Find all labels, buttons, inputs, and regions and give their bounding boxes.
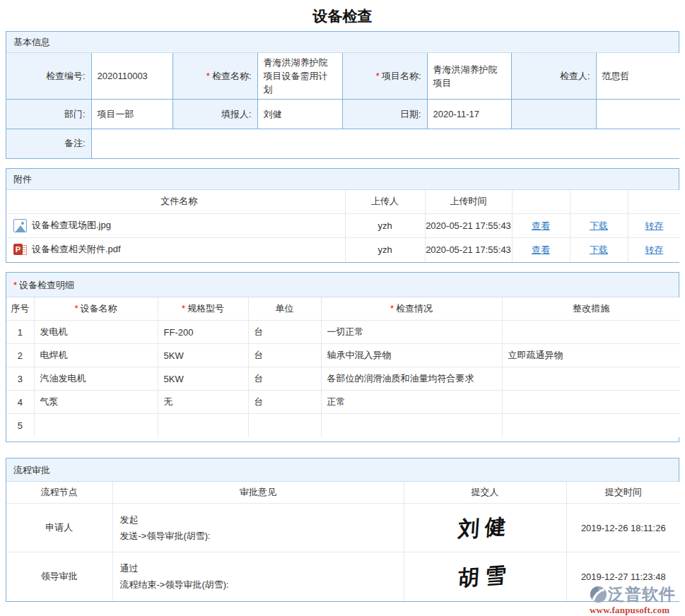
view-link[interactable]: 查看	[532, 220, 550, 231]
attachment-row: 设备检查现场图.jpg yzh 2020-05-21 17:55:43 查看 下…	[6, 214, 680, 238]
equipment-name-cell: 发电机	[34, 321, 158, 344]
measure-cell: 立即疏通异物	[502, 344, 680, 367]
attachments-table: 文件名称 上传人 上传时间 设备检查现场图.jpg yzh 2020-05-21…	[6, 190, 680, 262]
measure-cell	[502, 367, 680, 391]
unit-cell	[248, 414, 321, 437]
basic-info-section-title: 基本信息	[6, 32, 679, 53]
check-no-value: 2020110003	[91, 53, 172, 100]
model-cell	[158, 414, 248, 437]
seq-cell: 3	[6, 367, 34, 391]
col-header-measure: 整改措施	[502, 297, 680, 321]
unit-cell: 台	[248, 367, 321, 391]
saveas-link[interactable]: 转存	[645, 220, 663, 231]
equipment-name-cell: 电焊机	[34, 344, 158, 367]
col-header-model: *规格型号	[158, 297, 248, 321]
required-marker: *	[390, 303, 394, 314]
measure-cell	[502, 321, 680, 344]
equipment-name-cell: 气泵	[34, 391, 158, 414]
inspection-details-section: *设备检查明细 序号 *设备名称 *规格型号 单位 *检查情况 整改措施 1 发…	[6, 272, 679, 442]
vendor-brand-text: 泛普软件	[608, 584, 676, 605]
unit-cell: 台	[248, 321, 321, 344]
opinion-cell: 通过 流程结束->领导审批(胡雪):	[112, 552, 404, 601]
model-cell: FF-200	[158, 321, 248, 344]
opinion-line: 流程结束->领导审批(胡雪):	[120, 576, 404, 593]
detail-row: 3 汽油发电机 5KW 台 各部位的润滑油质和油量均符合要求	[6, 367, 680, 391]
measure-cell	[502, 391, 680, 414]
signature: 胡雪	[457, 560, 513, 593]
signature: 刘健	[457, 511, 513, 545]
empty-value-cell	[596, 100, 680, 129]
approval-flow-section: 流程审批 流程节点 审批意见 提交人 提交时间 申请人 发起 发送->领导审批(…	[6, 458, 679, 602]
download-link[interactable]: 下载	[590, 244, 608, 255]
attachment-row: P设备检查相关附件.pdf yzh 2020-05-21 17:55:43 查看…	[6, 238, 680, 262]
image-file-icon	[13, 219, 27, 232]
basic-info-table: 检查编号: 2020110003 *检查名称: 青海洪湖养护院项目设备需用计划 …	[6, 53, 680, 158]
required-marker: *	[74, 303, 78, 314]
col-header-opinion: 审批意见	[112, 482, 404, 504]
vendor-url-text: www.fanpusoft.com	[590, 605, 684, 616]
remark-value	[91, 129, 680, 158]
col-header-uploader: 上传人	[345, 190, 425, 214]
required-marker: *	[206, 71, 210, 81]
approval-flow-table: 流程节点 审批意见 提交人 提交时间 申请人 发起 发送->领导审批(胡雪): …	[6, 482, 680, 601]
vendor-watermark: 泛普软件 www.fanpusoft.com	[590, 584, 684, 616]
equipment-name-cell: 汽油发电机	[34, 367, 158, 391]
pdf-file-icon: P	[13, 243, 27, 256]
col-header-seq: 序号	[6, 297, 34, 321]
uploader-cell: yzh	[345, 214, 425, 238]
col-header-file-name: 文件名称	[6, 190, 345, 214]
detail-row: 4 气泵 无 台 正常	[6, 391, 680, 414]
status-cell	[321, 414, 502, 437]
view-link[interactable]: 查看	[532, 244, 550, 255]
seq-cell: 2	[6, 344, 34, 367]
inspection-details-table: 序号 *设备名称 *规格型号 单位 *检查情况 整改措施 1 发电机 FF-20…	[6, 297, 680, 437]
seq-cell: 5	[6, 414, 34, 437]
check-name-value: 青海洪湖养护院项目设备需用计划	[257, 53, 342, 100]
status-cell: 各部位的润滑油质和油量均符合要求	[321, 367, 502, 391]
date-label: 日期:	[342, 100, 427, 129]
col-header-unit: 单位	[248, 297, 321, 321]
submit-time-cell: 2019-12-26 18:11:26	[566, 504, 680, 552]
col-header-equipment-name: *设备名称	[34, 297, 158, 321]
model-cell: 无	[158, 391, 248, 414]
project-name-label: *项目名称:	[342, 53, 427, 100]
filler-label: 填报人:	[172, 100, 257, 129]
col-header-action-3	[628, 190, 680, 214]
detail-row: 2 电焊机 5KW 台 轴承中混入异物 立即疏通异物	[6, 344, 680, 367]
approval-flow-section-title: 流程审批	[6, 458, 679, 482]
flow-node-cell: 领导审批	[6, 552, 112, 601]
remark-label: 备注:	[6, 129, 91, 158]
attachments-section: 附件 文件名称 上传人 上传时间 设备检查现场图.jpg yzh 2020-05…	[6, 168, 679, 263]
approval-row: 领导审批 通过 流程结束->领导审批(胡雪): 胡雪 2019-12-27 11…	[6, 552, 680, 601]
inspector-label: 检查人:	[511, 53, 596, 100]
saveas-link[interactable]: 转存	[645, 244, 663, 255]
file-name-cell: P设备检查相关附件.pdf	[6, 238, 345, 262]
approval-row: 申请人 发起 发送->领导审批(胡雪): 刘健 2019-12-26 18:11…	[6, 504, 680, 552]
submitter-signature-cell: 刘健	[404, 504, 566, 552]
model-cell: 5KW	[158, 344, 248, 367]
unit-cell: 台	[248, 344, 321, 367]
opinion-line: 通过	[120, 560, 404, 576]
inspection-details-section-title: *设备检查明细	[6, 273, 679, 297]
page-title: 设备检查	[0, 0, 685, 31]
upload-time-cell: 2020-05-21 17:55:43	[425, 238, 512, 262]
submitter-signature-cell: 胡雪	[404, 552, 566, 601]
col-header-upload-time: 上传时间	[425, 190, 512, 214]
seq-cell: 4	[6, 391, 34, 414]
attachments-section-title: 附件	[6, 169, 679, 190]
required-marker: *	[13, 280, 17, 290]
col-header-action-1	[512, 190, 570, 214]
download-link[interactable]: 下载	[590, 220, 608, 231]
detail-row: 1 发电机 FF-200 台 一切正常	[6, 321, 680, 344]
department-value: 项目一部	[91, 100, 172, 129]
empty-label-cell	[511, 100, 596, 129]
detail-row: 5	[6, 414, 680, 437]
col-header-flow-node: 流程节点	[6, 482, 112, 504]
status-cell: 一切正常	[321, 321, 502, 344]
opinion-line: 发起	[120, 511, 404, 528]
col-header-submitter: 提交人	[404, 482, 566, 504]
seq-cell: 1	[6, 321, 34, 344]
filler-value: 刘健	[257, 100, 342, 129]
department-label: 部门:	[6, 100, 91, 129]
fanpu-logo-icon	[590, 586, 607, 603]
